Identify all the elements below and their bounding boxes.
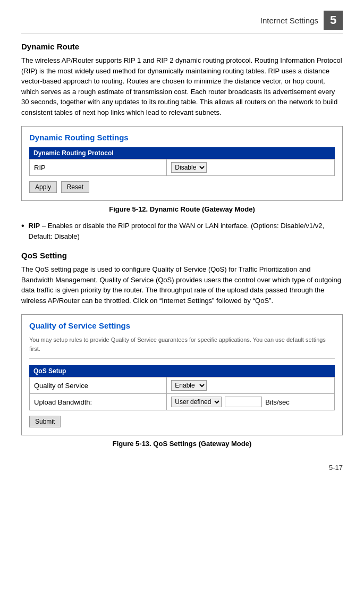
page-number: 5-17	[21, 464, 343, 472]
qos-setup-bar: QoS Setup	[29, 365, 335, 377]
quality-of-service-select[interactable]: Enable Disable	[171, 380, 207, 391]
dynamic-routing-btn-row: Apply Reset	[29, 181, 335, 193]
rip-label: RIP	[30, 159, 167, 176]
dynamic-routing-protocol-bar: Dynamic Routing Protocol	[29, 147, 335, 159]
upload-bw-controls: User defined 512 Kbps 1 Mbps Bits/sec	[171, 397, 330, 407]
dynamic-routing-table: RIP Disable v1 v2	[29, 159, 335, 176]
dynamic-route-description: The wireless AP/Router supports RIP 1 an…	[21, 55, 343, 117]
rip-term: RIP	[29, 222, 40, 230]
quality-of-service-label: Quality of Service	[30, 377, 167, 394]
submit-button[interactable]: Submit	[29, 416, 61, 427]
upload-bandwidth-label: Upload Bandwidth:	[30, 394, 167, 410]
upload-bandwidth-input[interactable]	[225, 397, 262, 407]
upload-bandwidth-cell: User defined 512 Kbps 1 Mbps Bits/sec	[167, 394, 335, 410]
rip-bullet: • RIP – Enables or disable the RIP proto…	[21, 221, 343, 241]
rip-definition: – Enables or disable the RIP protocol fo…	[29, 222, 324, 240]
qos-divider	[29, 358, 335, 359]
table-row: RIP Disable v1 v2	[30, 159, 335, 176]
figure-5-12-caption: Figure 5-12. Dynamic Route (Gateway Mode…	[21, 205, 343, 213]
rip-select[interactable]: Disable v1 v2	[171, 162, 207, 173]
qos-table: Quality of Service Enable Disable Upload…	[29, 377, 335, 410]
rip-select-cell: Disable v1 v2	[167, 159, 335, 176]
bits-per-sec-label: Bits/sec	[265, 398, 290, 406]
reset-button[interactable]: Reset	[61, 181, 89, 193]
table-row: Upload Bandwidth: User defined 512 Kbps …	[30, 394, 335, 410]
chapter-number: 5	[324, 11, 343, 30]
rip-bullet-text: RIP – Enables or disable the RIP protoco…	[29, 221, 343, 241]
upload-bandwidth-select[interactable]: User defined 512 Kbps 1 Mbps	[171, 397, 222, 407]
chapter-title: Internet Settings	[260, 16, 318, 25]
qos-info-text: You may setup rules to provide Quality o…	[29, 335, 335, 353]
bullet-dot: •	[21, 221, 24, 241]
qos-settings-box: Quality of Service Settings You may setu…	[21, 314, 343, 435]
dynamic-route-heading: Dynamic Route	[21, 42, 343, 51]
qos-setting-description: The QoS setting page is used to configur…	[21, 264, 343, 306]
quality-of-service-select-cell: Enable Disable	[167, 377, 335, 394]
qos-btn-row: Submit	[29, 416, 335, 427]
dynamic-routing-settings-box: Dynamic Routing Settings Dynamic Routing…	[21, 126, 343, 201]
dynamic-route-bullets: • RIP – Enables or disable the RIP proto…	[21, 221, 343, 241]
qos-setting-heading: QoS Setting	[21, 251, 343, 260]
table-row: Quality of Service Enable Disable	[30, 377, 335, 394]
page-header: Internet Settings 5	[21, 11, 343, 33]
figure-5-13-caption: Figure 5-13. QoS Settings (Gateway Mode)	[21, 440, 343, 448]
dynamic-routing-settings-title: Dynamic Routing Settings	[29, 133, 335, 142]
qos-settings-title: Quality of Service Settings	[29, 321, 335, 330]
apply-button[interactable]: Apply	[29, 181, 57, 193]
